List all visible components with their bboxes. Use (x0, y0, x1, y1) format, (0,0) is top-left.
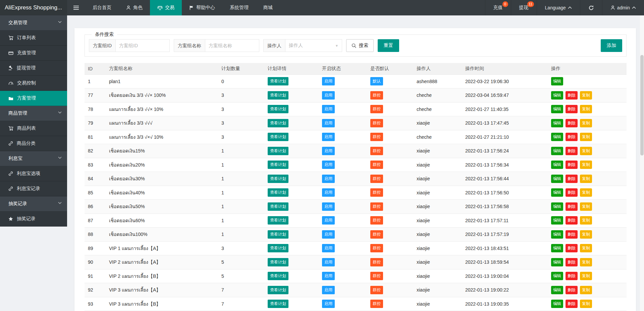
view-plan-button[interactable]: 查看计划 (268, 258, 288, 266)
edit-button[interactable]: 编辑 (551, 161, 563, 169)
copy-button[interactable]: 复制 (580, 272, 592, 280)
view-plan-button[interactable]: 查看计划 (268, 133, 288, 141)
edit-button[interactable]: 编辑 (551, 216, 563, 225)
sidebar-group-7[interactable]: 商品管理 (0, 106, 67, 121)
status-enabled-badge[interactable]: 启用 (322, 286, 335, 294)
edit-button[interactable]: 编辑 (551, 258, 563, 266)
view-plan-button[interactable]: 查看计划 (268, 230, 288, 239)
view-plan-button[interactable]: 查看计划 (268, 244, 288, 252)
delete-button[interactable]: 删除 (566, 202, 578, 211)
admin-user-menu[interactable]: admin (602, 0, 644, 15)
view-plan-button[interactable]: 查看计划 (268, 91, 288, 100)
delete-button[interactable]: 删除 (566, 119, 578, 127)
status-enabled-badge[interactable]: 启用 (322, 230, 335, 239)
language-dropdown[interactable]: Language (537, 0, 580, 15)
sidebar-group-1[interactable]: 交易管理 (0, 15, 67, 30)
delete-button[interactable]: 删除 (566, 91, 578, 100)
copy-button[interactable]: 复制 (580, 119, 592, 127)
edit-button[interactable]: 编辑 (551, 77, 563, 85)
default-badge[interactable]: 群控 (370, 202, 383, 211)
copy-button[interactable]: 复制 (580, 175, 592, 183)
view-plan-button[interactable]: 查看计划 (268, 300, 288, 308)
copy-button[interactable]: 复制 (580, 91, 592, 100)
vertical-scrollbar[interactable] (640, 15, 644, 311)
status-enabled-badge[interactable]: 启用 (322, 272, 335, 280)
status-enabled-badge[interactable]: 启用 (322, 77, 335, 85)
search-button[interactable]: 搜索 (346, 39, 374, 52)
edit-button[interactable]: 编辑 (551, 230, 563, 239)
operator-select[interactable]: 操作人 ▼ (285, 39, 342, 52)
copy-button[interactable]: 复制 (580, 105, 592, 113)
copy-button[interactable]: 复制 (580, 300, 592, 308)
scrollbar-thumb[interactable] (640, 55, 644, 156)
edit-button[interactable]: 编辑 (551, 133, 563, 141)
copy-button[interactable]: 复制 (580, 230, 592, 239)
default-badge[interactable]: 群控 (370, 147, 383, 155)
edit-button[interactable]: 编辑 (551, 105, 563, 113)
delete-button[interactable]: 删除 (566, 230, 578, 239)
sidebar-group-13[interactable]: 抽奖记录 (0, 196, 67, 211)
copy-button[interactable]: 复制 (580, 133, 592, 141)
status-enabled-badge[interactable]: 启用 (322, 188, 335, 197)
default-badge[interactable]: 群控 (370, 272, 383, 280)
sidebar-item-14[interactable]: 抽奖记录 (0, 211, 67, 227)
edit-button[interactable]: 编辑 (551, 244, 563, 252)
default-badge[interactable]: 群控 (370, 300, 383, 308)
copy-button[interactable]: 复制 (580, 286, 592, 294)
edit-button[interactable]: 编辑 (551, 202, 563, 211)
default-badge[interactable]: 群控 (370, 188, 383, 197)
status-enabled-badge[interactable]: 启用 (322, 258, 335, 266)
nav-item-5[interactable]: 系统管理 (222, 0, 256, 15)
default-badge[interactable]: 群控 (370, 258, 383, 266)
edit-button[interactable]: 编辑 (551, 188, 563, 197)
view-plan-button[interactable]: 查看计划 (268, 216, 288, 225)
edit-button[interactable]: 编辑 (551, 91, 563, 100)
copy-button[interactable]: 复制 (580, 258, 592, 266)
default-badge[interactable]: 群控 (370, 91, 383, 100)
default-badge[interactable]: 群控 (370, 230, 383, 239)
view-plan-button[interactable]: 查看计划 (268, 286, 288, 294)
delete-button[interactable]: 删除 (566, 216, 578, 225)
delete-button[interactable]: 删除 (566, 188, 578, 197)
nav-item-3[interactable]: 交易 (150, 0, 182, 15)
view-plan-button[interactable]: 查看计划 (268, 188, 288, 197)
edit-button[interactable]: 编辑 (551, 175, 563, 183)
default-badge[interactable]: 群控 (370, 133, 383, 141)
view-plan-button[interactable]: 查看计划 (268, 175, 288, 183)
default-badge[interactable]: 群控 (370, 161, 383, 169)
sidebar-item-2[interactable]: 订单列表 (0, 30, 67, 46)
withdraw-menu-item[interactable]: 提现 11 (511, 0, 537, 15)
status-enabled-badge[interactable]: 启用 (322, 216, 335, 225)
delete-button[interactable]: 删除 (566, 258, 578, 266)
status-enabled-badge[interactable]: 启用 (322, 161, 335, 169)
delete-button[interactable]: 删除 (566, 286, 578, 294)
status-enabled-badge[interactable]: 启用 (322, 105, 335, 113)
delete-button[interactable]: 删除 (566, 272, 578, 280)
delete-button[interactable]: 删除 (566, 161, 578, 169)
sidebar-item-5[interactable]: 交易控制 (0, 76, 67, 91)
view-plan-button[interactable]: 查看计划 (268, 161, 288, 169)
edit-button[interactable]: 编辑 (551, 286, 563, 294)
view-plan-button[interactable]: 查看计划 (268, 77, 288, 85)
view-plan-button[interactable]: 查看计划 (268, 202, 288, 211)
plan-group-id-input[interactable] (115, 39, 170, 52)
sidebar-item-11[interactable]: 利息宝选项 (0, 166, 67, 181)
delete-button[interactable]: 删除 (566, 105, 578, 113)
copy-button[interactable]: 复制 (580, 161, 592, 169)
view-plan-button[interactable]: 查看计划 (268, 147, 288, 155)
status-enabled-badge[interactable]: 启用 (322, 147, 335, 155)
view-plan-button[interactable]: 查看计划 (268, 105, 288, 113)
view-plan-button[interactable]: 查看计划 (268, 119, 288, 127)
reset-button[interactable]: 重置 (378, 39, 399, 52)
sidebar-item-3[interactable]: 充值管理 (0, 46, 67, 61)
copy-button[interactable]: 复制 (580, 188, 592, 197)
sidebar-toggle-button[interactable] (67, 0, 85, 15)
copy-button[interactable]: 复制 (580, 244, 592, 252)
sidebar-item-8[interactable]: 商品列表 (0, 121, 67, 136)
copy-button[interactable]: 复制 (580, 202, 592, 211)
status-enabled-badge[interactable]: 启用 (322, 244, 335, 252)
sidebar-item-9[interactable]: 商品分类 (0, 136, 67, 151)
default-badge[interactable]: 群控 (370, 175, 383, 183)
edit-button[interactable]: 编辑 (551, 300, 563, 308)
refresh-button[interactable] (580, 0, 602, 15)
